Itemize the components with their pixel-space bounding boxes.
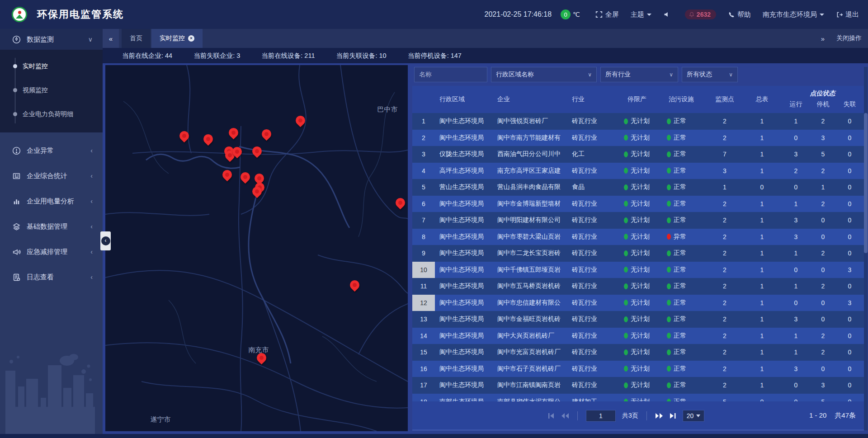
limit-status-cell: 无计划 xyxy=(618,398,661,401)
status-dot-icon xyxy=(667,333,671,339)
sidebar-item-5[interactable]: 应急减排管理‹ xyxy=(0,239,103,264)
facility-status-cell: 正常 xyxy=(661,134,707,142)
sidebar-item-6[interactable]: 日志查看‹ xyxy=(0,264,103,290)
industry-cell: 砖瓦行业 xyxy=(567,299,618,307)
status-dot-icon xyxy=(667,349,671,355)
sidebar-item-1[interactable]: 企业异常‹ xyxy=(0,138,103,163)
table-row[interactable]: 13阆中生态环境局阆中市金福旺页岩机砖砖瓦行业无计划正常21300 xyxy=(412,311,864,328)
points-cell: 2 xyxy=(707,299,743,306)
table-scrollbar[interactable] xyxy=(864,67,868,430)
industry-cell: 砖瓦行业 xyxy=(567,332,618,340)
table-row[interactable]: 1阆中生态环境局阆中强锐页岩砖厂砖瓦行业无计划正常21120 xyxy=(412,113,864,130)
tab-close-icon[interactable]: × xyxy=(188,35,194,42)
sidebar-submenu: 实时监控视频监控企业电力负荷明细 xyxy=(0,50,103,132)
meter-cell: 1 xyxy=(743,299,781,306)
first-page-button[interactable] xyxy=(548,413,555,419)
table-row[interactable]: 17阆中生态环境局阆中市江南镇阆南页岩砖瓦行业无计划正常21030 xyxy=(412,377,864,394)
last-page-button[interactable] xyxy=(670,413,676,419)
sidebar-item-4[interactable]: 基础数据管理‹ xyxy=(0,214,103,239)
facility-status-cell: 异常 xyxy=(661,233,707,241)
page-size-select[interactable]: 20 xyxy=(683,410,705,422)
table-row[interactable]: 9阆中生态环境局阆中市二龙长宝页岩砖砖瓦行业无计划正常21120 xyxy=(412,245,864,262)
lost-count-cell: 0 xyxy=(835,134,864,141)
tabs-scroll-right-button[interactable]: » xyxy=(821,35,825,42)
prev-page-button[interactable] xyxy=(561,413,569,419)
fullscreen-button[interactable]: 全屏 xyxy=(595,10,619,19)
table-row[interactable]: 12阆中生态环境局阆中市忠信建材有限公砖瓦行业无计划正常21003 xyxy=(412,295,864,311)
status-dot-icon xyxy=(624,201,628,207)
sidebar-subitem-2[interactable]: 企业电力负荷明细 xyxy=(0,102,103,126)
status-dot-icon xyxy=(624,333,628,339)
tab-home[interactable]: 首页 xyxy=(122,29,151,48)
next-page-button[interactable] xyxy=(655,413,663,419)
region-cell: 营山生态环境局 xyxy=(435,183,493,191)
logout-button[interactable]: 退出 xyxy=(836,10,859,19)
close-operations-button[interactable]: 关闭操作 xyxy=(836,34,862,42)
sidebar-item-3[interactable]: 企业用电量分析‹ xyxy=(0,188,103,214)
row-number-cell: 10 xyxy=(412,262,435,278)
sidebar-item-label: 应急减排管理 xyxy=(27,248,67,256)
mute-button[interactable] xyxy=(663,11,673,18)
status-select[interactable]: 所有状态∨ xyxy=(682,67,738,82)
tab-realtime-monitor[interactable]: 实时监控 × xyxy=(151,29,203,48)
table-row[interactable]: 6阆中生态环境局阆中市金博瑞新型墙材砖瓦行业无计划正常21120 xyxy=(412,196,864,212)
tabs-scroll-left-button[interactable]: « xyxy=(103,29,119,48)
region-select[interactable]: 行政区域名称∨ xyxy=(491,67,597,82)
panel-collapse-button[interactable]: ‹ xyxy=(100,231,111,250)
divider xyxy=(577,411,578,420)
sidebar-subitem-1[interactable]: 视频监控 xyxy=(0,78,103,102)
table-row[interactable]: 10阆中生态环境局阆中千佛镇五郎垭页岩砖瓦行业无计划正常21003 xyxy=(412,262,864,278)
table-row[interactable]: 4高坪生态环境局南充市高坪区王家店建砖瓦行业无计划正常31220 xyxy=(412,163,864,179)
table-row[interactable]: 15阆中生态环境局阆中市光富页岩机砖厂砖瓦行业无计划正常21120 xyxy=(412,344,864,361)
limit-status-cell: 无计划 xyxy=(618,332,661,340)
table-row[interactable]: 7阆中生态环境局阆中明阳建材有限公司砖瓦行业无计划正常21300 xyxy=(412,212,864,229)
table-row[interactable]: 14阆中生态环境局阆中大兴页岩机砖厂砖瓦行业无计划正常21120 xyxy=(412,328,864,344)
pagination-bar: 1 共3页 20 1 - 20 共47条 xyxy=(412,401,864,430)
col-stop: 停机 xyxy=(811,98,835,113)
company-cell: 阆中市枣碧大梁山页岩 xyxy=(493,233,567,241)
company-cell: 阆中市石子页岩机砖厂 xyxy=(493,365,567,373)
col-points: 监测点 xyxy=(707,86,743,113)
table-row[interactable]: 11阆中生态环境局阆中市五马桥页岩机砖砖瓦行业无计划正常21120 xyxy=(412,278,864,295)
table-row[interactable]: 8阆中生态环境局阆中市枣碧大梁山页岩砖瓦行业无计划异常21300 xyxy=(412,229,864,245)
notifications-button[interactable]: 2632 xyxy=(685,9,716,19)
status-dot-icon xyxy=(624,234,628,240)
map-panel[interactable]: 巴中市南充市遂宁市 xyxy=(105,65,408,431)
status-dot-icon xyxy=(624,267,628,273)
company-cell: 阆中市光富页岩机砖厂 xyxy=(493,348,567,356)
theme-dropdown[interactable]: 主题 xyxy=(631,10,651,19)
points-cell: 2 xyxy=(707,118,743,125)
org-dropdown[interactable]: 南充市生态环境局 xyxy=(763,10,824,19)
company-cell: 南部县砌伟水泥有限公 xyxy=(493,398,567,401)
company-cell: 阆中市江南镇阆南页岩 xyxy=(493,381,567,389)
sidebar-item-2[interactable]: 企业综合统计‹ xyxy=(0,163,103,188)
lost-count-cell: 0 xyxy=(835,365,864,372)
sidebar-item-label: 企业综合统计 xyxy=(27,172,67,180)
chevron-down-icon xyxy=(647,14,651,16)
sidebar-item-0[interactable]: 数据监测∨ xyxy=(0,29,103,50)
lost-count-cell: 0 xyxy=(835,381,864,389)
row-number-cell: 5 xyxy=(412,179,435,196)
temperature-badge: 0 xyxy=(561,9,571,19)
name-search-input[interactable]: 名称 xyxy=(414,67,487,82)
stop-count-cell: 0 xyxy=(811,233,835,240)
points-cell: 1 xyxy=(707,184,743,191)
stat-item-1: 当前失联企业: 3 xyxy=(193,52,240,60)
table-row[interactable]: 5营山生态环境局营山县润丰肉食品有限食品无计划正常10010 xyxy=(412,179,864,196)
record-total-label: 共47条 xyxy=(835,411,856,420)
points-cell: 2 xyxy=(707,332,743,339)
page-number-input[interactable]: 1 xyxy=(586,410,616,422)
status-dot-icon xyxy=(624,184,628,190)
table-row[interactable]: 16阆中生态环境局阆中市石子页岩机砖厂砖瓦行业无计划正常21300 xyxy=(412,361,864,377)
industry-select[interactable]: 所有行业∨ xyxy=(600,67,678,82)
chevron-left-icon: ‹ xyxy=(90,172,93,179)
run-count-cell: 0 xyxy=(781,398,811,401)
limit-status-cell: 无计划 xyxy=(618,266,661,274)
table-row[interactable]: 3仪陇生态环境局西南油气田分公司川中化工无计划正常71350 xyxy=(412,146,864,163)
help-button[interactable]: 帮助 xyxy=(728,10,751,19)
scrollbar-thumb[interactable] xyxy=(864,113,868,253)
table-row[interactable]: 2阆中生态环境局阆中市南方节能建材有砖瓦行业无计划正常21030 xyxy=(412,130,864,146)
sidebar-subitem-0[interactable]: 实时监控 xyxy=(0,54,103,78)
table-row[interactable]: 18南部生态环境局南部县砌伟水泥有限公建材加工无计划正常50050 xyxy=(412,394,864,402)
row-number-cell: 4 xyxy=(412,163,435,179)
